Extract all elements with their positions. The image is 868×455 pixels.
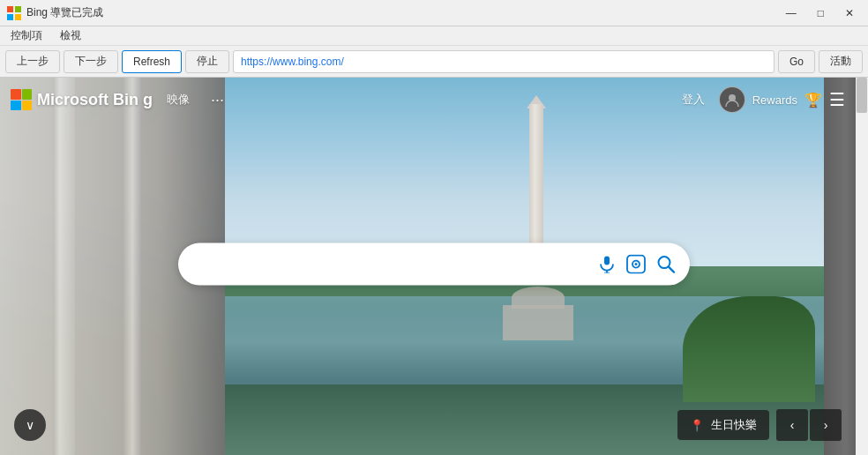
search-input[interactable]	[192, 257, 598, 272]
svg-rect-0	[7, 6, 13, 12]
trees	[683, 296, 815, 402]
prev-button[interactable]: ‹	[776, 409, 808, 441]
app-icon	[7, 6, 21, 20]
scrollbar-thumb[interactable]	[857, 78, 867, 113]
washington-monument	[529, 104, 543, 263]
search-icons	[598, 255, 676, 274]
search-button[interactable]	[656, 255, 676, 274]
back-button[interactable]: 上一步	[5, 50, 60, 73]
header-avatar[interactable]	[719, 86, 745, 113]
menu-view[interactable]: 檢視	[53, 26, 88, 45]
search-container	[178, 243, 690, 286]
bing-logo[interactable]: Microsoft Bin g	[11, 89, 153, 110]
search-bar	[178, 243, 690, 286]
title-bar: Bing 導覽已完成 — □ ✕	[0, 0, 868, 26]
header-signin-link[interactable]: 登入	[675, 88, 712, 111]
bottom-bar: ∨ 📍 生日快樂 ‹ ›	[0, 409, 856, 441]
location-icon: 📍	[690, 419, 704, 432]
capitol-building	[503, 305, 573, 340]
go-button[interactable]: Go	[778, 50, 815, 73]
svg-rect-3	[15, 14, 21, 20]
refresh-button[interactable]: Refresh	[122, 50, 182, 73]
minimize-button[interactable]: —	[779, 5, 804, 21]
bing-header: Microsoft Bin g 映像 ··· 登入 Rewards 🏆 ☰	[0, 78, 856, 122]
menu-bar: 控制項 檢視	[0, 26, 868, 46]
logo-green	[22, 89, 33, 100]
next-button[interactable]: ›	[810, 409, 842, 441]
scroll-down-button[interactable]: ∨	[14, 409, 46, 441]
activity-button[interactable]: 活動	[819, 50, 863, 73]
header-images-link[interactable]: 映像	[160, 88, 197, 111]
bing-logo-icon	[11, 89, 32, 110]
forward-button[interactable]: 下一步	[64, 50, 118, 73]
window-controls: — □ ✕	[779, 5, 861, 21]
svg-point-10	[635, 263, 638, 265]
header-rewards-label[interactable]: Rewards	[752, 93, 797, 107]
capitol-dome	[512, 287, 565, 309]
url-bar[interactable]	[233, 50, 774, 73]
header-hamburger-icon[interactable]: ☰	[829, 89, 845, 110]
maximize-button[interactable]: □	[811, 5, 831, 21]
menu-controls[interactable]: 控制項	[4, 26, 49, 45]
svg-rect-1	[15, 6, 21, 12]
svg-line-12	[669, 267, 674, 272]
toolbar: 上一步 下一步 Refresh 停止 Go 活動	[0, 46, 868, 78]
browser-content: Microsoft Bin g 映像 ··· 登入 Rewards 🏆 ☰	[0, 78, 868, 455]
nav-arrows: ‹ ›	[776, 409, 842, 441]
close-button[interactable]: ✕	[838, 5, 861, 21]
news-caption[interactable]: 📍 生日快樂	[677, 410, 769, 440]
voice-search-button[interactable]	[598, 256, 616, 273]
bing-brand-text: Microsoft Bin g	[37, 91, 153, 109]
logo-yellow	[22, 101, 33, 111]
image-search-button[interactable]	[626, 255, 646, 274]
logo-red	[11, 89, 21, 100]
svg-rect-5	[604, 257, 610, 265]
caption-text: 生日快樂	[711, 417, 757, 433]
logo-blue	[11, 101, 21, 111]
stop-button[interactable]: 停止	[185, 50, 229, 73]
header-more-button[interactable]: ···	[204, 91, 231, 109]
scrollbar[interactable]	[856, 78, 868, 455]
svg-rect-2	[7, 14, 13, 20]
title-bar-left: Bing 導覽已完成	[7, 5, 103, 20]
header-trophy-icon[interactable]: 🏆	[804, 92, 822, 108]
window-title: Bing 導覽已完成	[26, 5, 103, 20]
